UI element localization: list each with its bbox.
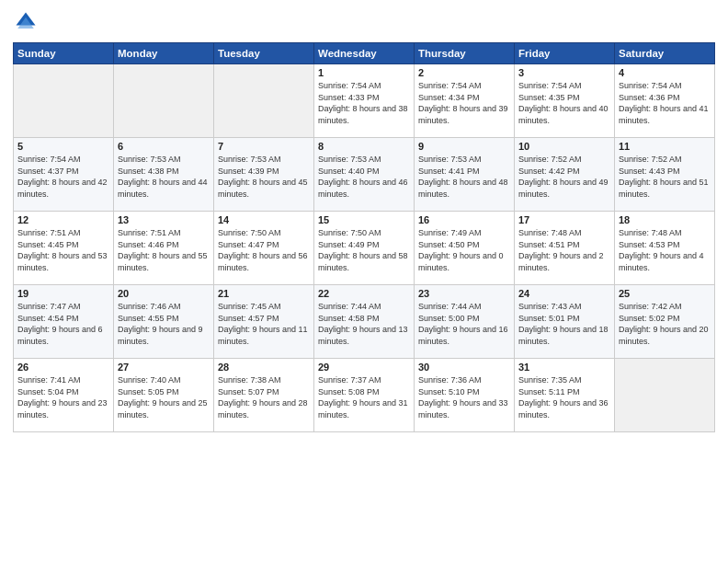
day-number: 6 xyxy=(118,141,210,152)
calendar-table: SundayMondayTuesdayWednesdayThursdayFrid… xyxy=(13,42,715,432)
calendar-cell: 19Sunrise: 7:47 AMSunset: 4:54 PMDayligh… xyxy=(14,285,114,359)
calendar-cell: 30Sunrise: 7:36 AMSunset: 5:10 PMDayligh… xyxy=(415,359,515,432)
cell-text: Sunrise: 7:41 AMSunset: 5:04 PMDaylight:… xyxy=(17,374,109,420)
day-number: 21 xyxy=(218,288,310,299)
cell-text: Sunrise: 7:53 AMSunset: 4:41 PMDaylight:… xyxy=(418,154,510,200)
day-number: 12 xyxy=(17,214,109,225)
calendar-cell: 17Sunrise: 7:48 AMSunset: 4:51 PMDayligh… xyxy=(515,212,615,285)
day-number: 20 xyxy=(118,288,210,299)
day-number: 28 xyxy=(218,362,310,373)
day-number: 16 xyxy=(418,214,510,225)
weekday-header-tuesday: Tuesday xyxy=(214,43,314,64)
cell-text: Sunrise: 7:38 AMSunset: 5:07 PMDaylight:… xyxy=(218,374,310,420)
cell-text: Sunrise: 7:54 AMSunset: 4:33 PMDaylight:… xyxy=(318,80,410,126)
cell-text: Sunrise: 7:53 AMSunset: 4:39 PMDaylight:… xyxy=(218,154,310,200)
day-number: 11 xyxy=(619,141,711,152)
calendar-cell: 13Sunrise: 7:51 AMSunset: 4:46 PMDayligh… xyxy=(114,212,214,285)
header xyxy=(13,9,715,35)
cell-text: Sunrise: 7:54 AMSunset: 4:36 PMDaylight:… xyxy=(619,80,711,126)
cell-text: Sunrise: 7:45 AMSunset: 4:57 PMDaylight:… xyxy=(218,301,310,347)
cell-text: Sunrise: 7:48 AMSunset: 4:51 PMDaylight:… xyxy=(518,227,610,273)
day-number: 18 xyxy=(619,214,711,225)
calendar-cell xyxy=(114,64,214,138)
day-number: 27 xyxy=(118,362,210,373)
calendar-week-row: 19Sunrise: 7:47 AMSunset: 4:54 PMDayligh… xyxy=(14,285,715,359)
cell-text: Sunrise: 7:44 AMSunset: 4:58 PMDaylight:… xyxy=(318,301,410,347)
calendar-cell: 10Sunrise: 7:52 AMSunset: 4:42 PMDayligh… xyxy=(515,138,615,212)
cell-text: Sunrise: 7:47 AMSunset: 4:54 PMDaylight:… xyxy=(17,301,109,347)
day-number: 5 xyxy=(17,141,109,152)
cell-text: Sunrise: 7:52 AMSunset: 4:43 PMDaylight:… xyxy=(619,154,711,200)
calendar-cell: 28Sunrise: 7:38 AMSunset: 5:07 PMDayligh… xyxy=(214,359,314,432)
day-number: 1 xyxy=(318,67,410,78)
cell-text: Sunrise: 7:52 AMSunset: 4:42 PMDaylight:… xyxy=(518,154,610,200)
weekday-header-sunday: Sunday xyxy=(14,43,114,64)
cell-text: Sunrise: 7:51 AMSunset: 4:45 PMDaylight:… xyxy=(17,227,109,273)
calendar-cell: 26Sunrise: 7:41 AMSunset: 5:04 PMDayligh… xyxy=(14,359,114,432)
cell-text: Sunrise: 7:37 AMSunset: 5:08 PMDaylight:… xyxy=(318,374,410,420)
cell-text: Sunrise: 7:50 AMSunset: 4:47 PMDaylight:… xyxy=(218,227,310,273)
day-number: 25 xyxy=(619,288,711,299)
logo-icon xyxy=(13,9,39,35)
day-number: 24 xyxy=(518,288,610,299)
day-number: 13 xyxy=(118,214,210,225)
day-number: 19 xyxy=(17,288,109,299)
calendar-cell: 4Sunrise: 7:54 AMSunset: 4:36 PMDaylight… xyxy=(615,64,715,138)
calendar-cell: 3Sunrise: 7:54 AMSunset: 4:35 PMDaylight… xyxy=(515,64,615,138)
calendar-cell xyxy=(14,64,114,138)
cell-text: Sunrise: 7:51 AMSunset: 4:46 PMDaylight:… xyxy=(118,227,210,273)
calendar-cell: 11Sunrise: 7:52 AMSunset: 4:43 PMDayligh… xyxy=(615,138,715,212)
calendar-cell: 25Sunrise: 7:42 AMSunset: 5:02 PMDayligh… xyxy=(615,285,715,359)
calendar-cell: 20Sunrise: 7:46 AMSunset: 4:55 PMDayligh… xyxy=(114,285,214,359)
weekday-header-monday: Monday xyxy=(114,43,214,64)
calendar-cell: 31Sunrise: 7:35 AMSunset: 5:11 PMDayligh… xyxy=(515,359,615,432)
calendar-cell: 6Sunrise: 7:53 AMSunset: 4:38 PMDaylight… xyxy=(114,138,214,212)
weekday-header-wednesday: Wednesday xyxy=(314,43,415,64)
day-number: 29 xyxy=(318,362,410,373)
calendar-cell: 7Sunrise: 7:53 AMSunset: 4:39 PMDaylight… xyxy=(214,138,314,212)
calendar-week-row: 5Sunrise: 7:54 AMSunset: 4:37 PMDaylight… xyxy=(14,138,715,212)
calendar-cell: 8Sunrise: 7:53 AMSunset: 4:40 PMDaylight… xyxy=(314,138,415,212)
cell-text: Sunrise: 7:42 AMSunset: 5:02 PMDaylight:… xyxy=(619,301,711,347)
calendar-cell: 22Sunrise: 7:44 AMSunset: 4:58 PMDayligh… xyxy=(314,285,415,359)
day-number: 8 xyxy=(318,141,410,152)
logo xyxy=(13,9,42,35)
cell-text: Sunrise: 7:46 AMSunset: 4:55 PMDaylight:… xyxy=(118,301,210,347)
cell-text: Sunrise: 7:36 AMSunset: 5:10 PMDaylight:… xyxy=(418,374,510,420)
weekday-header-friday: Friday xyxy=(515,43,615,64)
calendar-cell: 1Sunrise: 7:54 AMSunset: 4:33 PMDaylight… xyxy=(314,64,415,138)
day-number: 17 xyxy=(518,214,610,225)
cell-text: Sunrise: 7:49 AMSunset: 4:50 PMDaylight:… xyxy=(418,227,510,273)
cell-text: Sunrise: 7:35 AMSunset: 5:11 PMDaylight:… xyxy=(518,374,610,420)
day-number: 22 xyxy=(318,288,410,299)
day-number: 15 xyxy=(318,214,410,225)
calendar-cell: 2Sunrise: 7:54 AMSunset: 4:34 PMDaylight… xyxy=(415,64,515,138)
cell-text: Sunrise: 7:43 AMSunset: 5:01 PMDaylight:… xyxy=(518,301,610,347)
calendar-cell: 27Sunrise: 7:40 AMSunset: 5:05 PMDayligh… xyxy=(114,359,214,432)
calendar-cell: 14Sunrise: 7:50 AMSunset: 4:47 PMDayligh… xyxy=(214,212,314,285)
cell-text: Sunrise: 7:53 AMSunset: 4:38 PMDaylight:… xyxy=(118,154,210,200)
cell-text: Sunrise: 7:48 AMSunset: 4:53 PMDaylight:… xyxy=(619,227,711,273)
weekday-header-saturday: Saturday xyxy=(615,43,715,64)
calendar-cell: 12Sunrise: 7:51 AMSunset: 4:45 PMDayligh… xyxy=(14,212,114,285)
calendar-cell: 9Sunrise: 7:53 AMSunset: 4:41 PMDaylight… xyxy=(415,138,515,212)
calendar-cell: 5Sunrise: 7:54 AMSunset: 4:37 PMDaylight… xyxy=(14,138,114,212)
calendar-cell: 23Sunrise: 7:44 AMSunset: 5:00 PMDayligh… xyxy=(415,285,515,359)
calendar-cell: 18Sunrise: 7:48 AMSunset: 4:53 PMDayligh… xyxy=(615,212,715,285)
weekday-header-row: SundayMondayTuesdayWednesdayThursdayFrid… xyxy=(14,43,715,64)
cell-text: Sunrise: 7:54 AMSunset: 4:37 PMDaylight:… xyxy=(17,154,109,200)
day-number: 7 xyxy=(218,141,310,152)
cell-text: Sunrise: 7:44 AMSunset: 5:00 PMDaylight:… xyxy=(418,301,510,347)
day-number: 9 xyxy=(418,141,510,152)
day-number: 31 xyxy=(518,362,610,373)
cell-text: Sunrise: 7:53 AMSunset: 4:40 PMDaylight:… xyxy=(318,154,410,200)
day-number: 14 xyxy=(218,214,310,225)
weekday-header-thursday: Thursday xyxy=(415,43,515,64)
cell-text: Sunrise: 7:50 AMSunset: 4:49 PMDaylight:… xyxy=(318,227,410,273)
calendar-cell: 24Sunrise: 7:43 AMSunset: 5:01 PMDayligh… xyxy=(515,285,615,359)
day-number: 4 xyxy=(619,67,711,78)
calendar-week-row: 26Sunrise: 7:41 AMSunset: 5:04 PMDayligh… xyxy=(14,359,715,432)
calendar-cell xyxy=(214,64,314,138)
calendar-cell: 16Sunrise: 7:49 AMSunset: 4:50 PMDayligh… xyxy=(415,212,515,285)
page: SundayMondayTuesdayWednesdayThursdayFrid… xyxy=(0,0,728,563)
